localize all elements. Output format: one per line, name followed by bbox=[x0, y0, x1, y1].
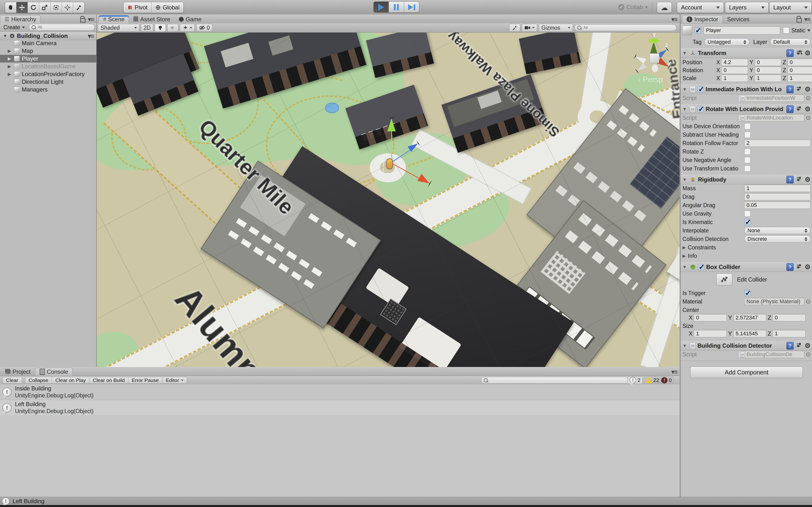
edit-collider-button[interactable] bbox=[716, 274, 732, 286]
foldout-icon[interactable]: ▼ bbox=[682, 107, 688, 112]
object-picker-icon[interactable]: ⊙ bbox=[806, 351, 811, 358]
presets-icon[interactable] bbox=[796, 263, 802, 271]
rotation-x-field[interactable]: 0 bbox=[721, 67, 748, 74]
expand-icon[interactable]: ▶ bbox=[7, 64, 12, 69]
material-object-field[interactable]: None (Physic Material) bbox=[744, 298, 804, 305]
hierarchy-item-map[interactable]: ▶Map bbox=[0, 47, 96, 55]
interpolate-dropdown[interactable]: None bbox=[744, 227, 811, 234]
script-object-field[interactable]: C#BuildingCollisionDe bbox=[738, 351, 804, 358]
object-picker-icon[interactable]: ⊙ bbox=[806, 95, 811, 101]
play-button[interactable] bbox=[373, 2, 389, 12]
warning-filter-toggle[interactable]: 22 bbox=[643, 377, 661, 384]
use-gravity-checkbox[interactable] bbox=[744, 211, 751, 217]
tab-inspector[interactable]: i Inspector bbox=[682, 15, 723, 23]
foldout-icon[interactable]: ▼ bbox=[682, 343, 688, 348]
gear-icon[interactable]: ⚙ bbox=[805, 343, 811, 349]
help-icon[interactable]: ? bbox=[786, 176, 794, 183]
panel-menu-icon[interactable]: ▾≡ bbox=[804, 16, 810, 23]
position-x-field[interactable]: 4.2 bbox=[721, 59, 748, 66]
object-picker-icon[interactable]: ⊙ bbox=[806, 298, 811, 305]
panel-menu-icon[interactable]: ▾≡ bbox=[671, 16, 677, 23]
tab-scene[interactable]: # Scene bbox=[99, 15, 129, 23]
status-bar[interactable]: ! Left Building bbox=[0, 497, 812, 505]
scene-camera-dropdown[interactable] bbox=[522, 24, 537, 32]
component-enabled-checkbox[interactable] bbox=[698, 106, 704, 112]
error-pause-button[interactable]: Error Pause bbox=[128, 377, 162, 384]
2d-toggle[interactable]: 2D bbox=[141, 24, 153, 32]
clear-on-play-button[interactable]: Clear on Play bbox=[52, 377, 89, 384]
tab-asset-store[interactable]: Asset Store bbox=[129, 15, 174, 23]
hand-tool-icon[interactable] bbox=[5, 2, 16, 13]
hierarchy-item-directional-light[interactable]: Directional Light bbox=[0, 78, 96, 86]
hierarchy-item-locationbasedgame[interactable]: ▶LocationBasedGame bbox=[0, 62, 96, 70]
use-negative-angle-checkbox[interactable] bbox=[744, 157, 751, 163]
help-icon[interactable]: ? bbox=[786, 342, 794, 350]
step-button[interactable] bbox=[404, 2, 419, 12]
scene-menu-icon[interactable]: ▾≡ bbox=[88, 32, 94, 40]
foldout-icon[interactable]: ▼ bbox=[682, 51, 688, 56]
box-collider-header[interactable]: ▼ Box Collider ?⚙ bbox=[680, 262, 812, 272]
name-field[interactable]: Player bbox=[704, 26, 780, 35]
tab-services[interactable]: Services bbox=[723, 15, 754, 23]
presets-icon[interactable] bbox=[796, 86, 802, 93]
is-trigger-checkbox[interactable] bbox=[744, 290, 751, 296]
hierarchy-item-main-camera[interactable]: Main Camera bbox=[0, 39, 96, 47]
gizmos-dropdown[interactable]: Gizmos bbox=[539, 24, 573, 32]
use-transform-location-checkbox[interactable] bbox=[744, 165, 751, 172]
active-checkbox[interactable] bbox=[695, 27, 701, 34]
pivot-button[interactable]: Pivot bbox=[123, 2, 152, 13]
pause-button[interactable] bbox=[389, 2, 404, 12]
player-capsule[interactable] bbox=[387, 159, 393, 169]
tab-console[interactable]: Console bbox=[35, 368, 73, 376]
presets-icon[interactable] bbox=[796, 105, 802, 113]
scene-visibility-toggle[interactable]: 0 bbox=[196, 24, 212, 32]
editor-tools-icon[interactable] bbox=[73, 2, 84, 13]
expand-icon[interactable]: ▶ bbox=[7, 48, 12, 54]
collab-button[interactable]: ✓ Collab bbox=[614, 2, 652, 12]
gear-icon[interactable]: ⚙ bbox=[805, 50, 811, 56]
info-foldout[interactable]: ▶Info bbox=[682, 252, 811, 260]
tab-project[interactable]: Project bbox=[1, 368, 35, 376]
angular-drag-field[interactable]: 0.05 bbox=[744, 202, 811, 209]
scene-search-input[interactable]: All bbox=[574, 24, 676, 31]
foldout-open-icon[interactable]: ▼ bbox=[3, 34, 7, 39]
gear-icon[interactable]: ⚙ bbox=[805, 86, 811, 93]
panel-menu-icon[interactable]: ▾≡ bbox=[88, 16, 94, 23]
immediate-position-header[interactable]: ▼ C# Immediate Position With Lo ?⚙ bbox=[680, 84, 812, 94]
collision-detection-dropdown[interactable]: Discrete bbox=[744, 235, 811, 243]
y-axis-cone[interactable] bbox=[388, 118, 396, 131]
hierarchy-item-managers[interactable]: Managers bbox=[0, 86, 96, 94]
object-picker-icon[interactable]: ⊙ bbox=[806, 114, 811, 121]
static-dropdown-icon[interactable] bbox=[807, 30, 811, 32]
add-component-button[interactable]: Add Component bbox=[690, 367, 803, 378]
shading-mode-dropdown[interactable]: Shaded bbox=[98, 24, 140, 32]
size-x-field[interactable]: 1 bbox=[694, 330, 727, 337]
scene-viewport[interactable]: Quarter Mile Simone Plaza Walkway Alumni… bbox=[97, 33, 679, 367]
layer-dropdown[interactable]: Default bbox=[770, 38, 811, 46]
rotation-z-field[interactable]: 0 bbox=[788, 67, 812, 74]
foldout-icon[interactable]: ▼ bbox=[682, 265, 688, 270]
center-y-field[interactable]: 2.572347 bbox=[733, 314, 766, 321]
global-button[interactable]: Global bbox=[152, 2, 183, 13]
size-y-field[interactable]: 5.141545 bbox=[733, 330, 766, 337]
gear-icon[interactable]: ⚙ bbox=[805, 106, 811, 113]
position-y-field[interactable]: 0 bbox=[755, 59, 781, 66]
console-search-input[interactable] bbox=[481, 377, 629, 384]
scene-audio-toggle[interactable] bbox=[167, 24, 179, 32]
account-dropdown[interactable]: Account bbox=[677, 2, 724, 13]
transform-header[interactable]: ▼ Transform ?⚙ bbox=[680, 48, 812, 58]
drag-field[interactable]: 0 bbox=[744, 193, 811, 201]
console-entry[interactable]: ! Inside Building UnityEngine.Debug:Log(… bbox=[0, 384, 679, 400]
scale-x-field[interactable]: 1 bbox=[721, 74, 748, 82]
tab-game[interactable]: Game bbox=[174, 15, 206, 23]
rotate-z-checkbox[interactable] bbox=[744, 149, 751, 155]
lock-icon[interactable] bbox=[797, 18, 802, 23]
center-z-field[interactable]: 0 bbox=[773, 314, 806, 321]
gizmo-cone-white[interactable] bbox=[634, 54, 646, 64]
foldout-icon[interactable]: ▼ bbox=[682, 87, 688, 92]
presets-icon[interactable] bbox=[796, 342, 802, 350]
gizmo-cube[interactable] bbox=[650, 53, 659, 63]
help-icon[interactable]: ? bbox=[786, 86, 794, 93]
building-collision-detector-header[interactable]: ▼ C# Building Collision Detector ?⚙ bbox=[680, 341, 812, 350]
expand-icon[interactable]: ▶ bbox=[7, 56, 12, 61]
